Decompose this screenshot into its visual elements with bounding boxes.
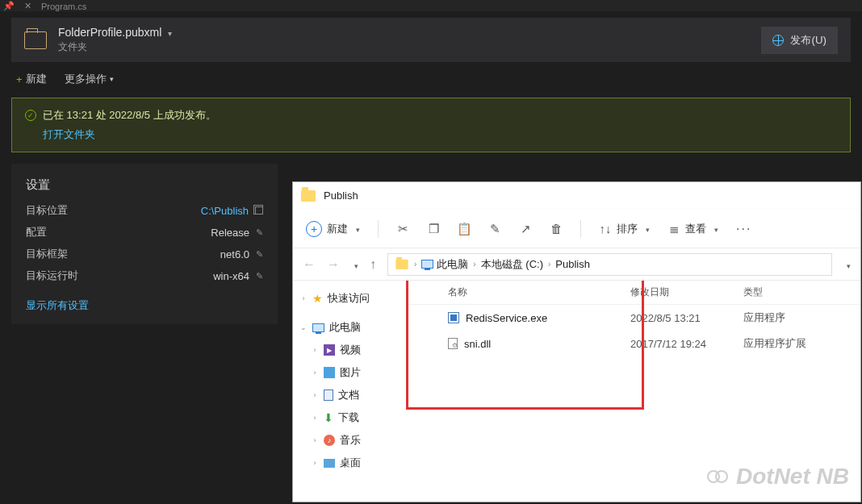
watermark: DotNet NB (707, 464, 849, 489)
publish-header: FolderProfile.pubxml 文件夹 发布(U) (11, 18, 851, 62)
star-icon: ★ (312, 292, 323, 305)
show-all-settings-link[interactable]: 显示所有设置 (26, 298, 89, 313)
explorer-tree: ›★快速访问 ⌄此电脑 ›▶视频 ›图片 ›文档 ›⬇下载 ›♪音乐 ›桌面 (293, 281, 406, 502)
back-button[interactable]: ← (303, 257, 316, 272)
delete-icon[interactable]: 🗑 (550, 223, 563, 235)
separator (580, 220, 581, 238)
edit-icon[interactable]: ✎ (256, 227, 263, 238)
history-button[interactable] (351, 257, 358, 272)
video-icon: ▶ (324, 344, 335, 356)
tree-music[interactable]: ›♪音乐 (296, 429, 403, 452)
setting-label: 目标框架 (26, 247, 68, 261)
success-banner: ✓ 已在 13:21 处 2022/8/5 上成功发布。 打开文件夹 (11, 98, 851, 152)
tree-videos[interactable]: ›▶视频 (296, 339, 403, 361)
settings-title: 设置 (26, 177, 263, 194)
view-label: 查看 (685, 222, 706, 236)
file-name: RedisService.exe (466, 312, 547, 324)
music-icon: ♪ (324, 435, 335, 446)
chevron-down-icon: ▾ (110, 75, 114, 83)
pictures-icon (324, 367, 335, 378)
breadcrumb-item[interactable]: Publish (555, 258, 590, 270)
breadcrumb-item[interactable]: 此电脑 (421, 257, 468, 272)
profile-subtitle: 文件夹 (58, 40, 172, 54)
publish-label: 发布(U) (790, 33, 826, 48)
chevron-down-icon (353, 223, 360, 235)
chevron-right-icon: › (548, 260, 550, 269)
tree-documents[interactable]: ›文档 (296, 384, 403, 406)
more-icon[interactable]: ··· (736, 222, 751, 236)
pin-icon[interactable]: 📌 (3, 1, 15, 11)
target-path-link[interactable]: C:\Publish (201, 205, 249, 217)
tab-title[interactable]: Program.cs (41, 2, 86, 11)
chevron-down-icon (711, 223, 718, 235)
file-type: 应用程序 (743, 310, 840, 325)
pc-icon (421, 260, 433, 269)
col-date[interactable]: 修改日期 (630, 285, 743, 299)
profile-dropdown[interactable]: FolderProfile.pubxml (58, 26, 172, 39)
sort-icon: ↑↓ (599, 223, 612, 235)
publish-toolbar: 新建 更多操作 ▾ (11, 67, 851, 93)
forward-button[interactable]: → (327, 257, 340, 272)
watermark-text: DotNet NB (736, 464, 849, 489)
desktop-icon (324, 459, 335, 468)
documents-icon (324, 389, 333, 401)
up-button[interactable]: ↑ (370, 257, 376, 272)
setting-value: Release (211, 227, 249, 239)
tree-quick-access[interactable]: ›★快速访问 (296, 287, 403, 310)
publish-button[interactable]: 发布(U) (761, 27, 838, 54)
plus-icon (16, 73, 23, 85)
breadcrumb[interactable]: › 此电脑 › 本地磁盘 (C:) › Publish (387, 253, 832, 276)
view-button[interactable]: ≣ 查看 (667, 222, 718, 236)
copy-icon[interactable]: ❐ (427, 223, 440, 235)
col-type[interactable]: 类型 (743, 285, 840, 299)
tree-this-pc[interactable]: ⌄此电脑 (296, 316, 403, 339)
col-name[interactable]: 名称 (448, 285, 630, 299)
folder-icon (24, 31, 47, 49)
new-label: 新建 (327, 222, 348, 236)
tree-downloads[interactable]: ›⬇下载 (296, 406, 403, 429)
copy-icon[interactable] (255, 206, 263, 215)
folder-icon (395, 260, 408, 269)
settings-card: 设置 目标位置 C:\Publish 配置 Release✎ 目标框架 net6… (11, 164, 278, 324)
pc-icon (312, 323, 324, 332)
cut-icon[interactable]: ✂ (396, 223, 409, 235)
new-profile-button[interactable]: 新建 (16, 72, 47, 86)
breadcrumb-item[interactable]: 本地磁盘 (C:) (481, 257, 543, 272)
exe-icon (448, 312, 459, 323)
editor-tabstrip: 📌 ✕ Program.cs (0, 0, 862, 11)
chevron-right-icon: › (473, 260, 475, 269)
file-name: sni.dll (464, 338, 491, 350)
check-icon: ✓ (25, 110, 36, 121)
open-folder-link[interactable]: 打开文件夹 (43, 127, 95, 142)
view-icon: ≣ (667, 223, 680, 235)
separator (378, 220, 379, 238)
downloads-icon: ⬇ (324, 411, 333, 424)
paste-icon[interactable]: 📋 (458, 223, 471, 235)
rename-icon[interactable]: ✎ (488, 223, 501, 235)
setting-row: 目标运行时 win-x64✎ (26, 269, 263, 283)
file-row[interactable]: sni.dll 2017/7/12 19:24 应用程序扩展 (406, 331, 860, 356)
edit-icon[interactable]: ✎ (256, 249, 263, 260)
explorer-titlebar[interactable]: Publish (293, 182, 860, 210)
close-icon[interactable]: ✕ (24, 1, 31, 11)
sort-label: 排序 (617, 222, 638, 236)
plus-circle-icon: + (306, 221, 322, 237)
chevron-down-icon (642, 223, 650, 235)
explorer-new-button[interactable]: + 新建 (306, 221, 360, 237)
setting-row: 配置 Release✎ (26, 225, 263, 240)
dll-icon (448, 338, 458, 349)
folder-icon (301, 190, 316, 202)
file-row[interactable]: RedisService.exe 2022/8/5 13:21 应用程序 (406, 305, 860, 331)
edit-icon[interactable]: ✎ (256, 271, 263, 281)
explorer-window: Publish + 新建 ✂ ❐ 📋 ✎ ↗ 🗑 ↑↓ 排序 ≣ 查看 ··· … (292, 181, 861, 502)
more-actions-button[interactable]: 更多操作 ▾ (65, 72, 114, 86)
tree-desktop[interactable]: ›桌面 (296, 452, 403, 474)
setting-row: 目标位置 C:\Publish (26, 203, 263, 218)
tree-pictures[interactable]: ›图片 (296, 361, 403, 384)
sort-button[interactable]: ↑↓ 排序 (599, 222, 650, 236)
setting-row: 目标框架 net6.0✎ (26, 247, 263, 261)
share-icon[interactable]: ↗ (519, 223, 532, 235)
refresh-dropdown[interactable] (843, 258, 851, 271)
chevron-right-icon: › (414, 260, 416, 269)
setting-label: 目标运行时 (26, 269, 78, 283)
